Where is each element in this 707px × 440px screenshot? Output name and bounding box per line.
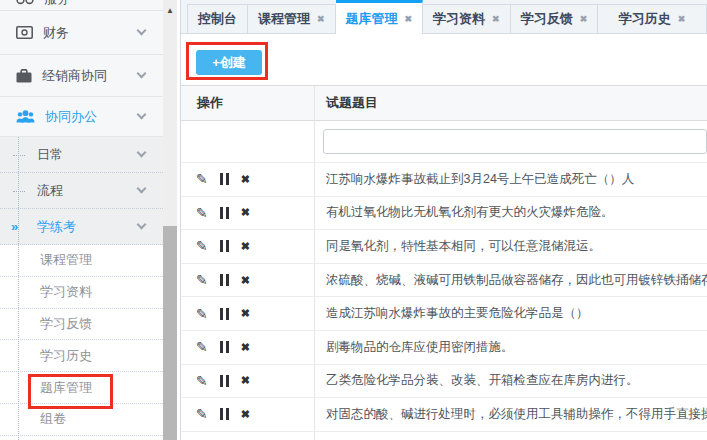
sidebar-item-label: 学习历史 bbox=[40, 347, 92, 365]
column-header-question: 试题题目 bbox=[314, 94, 707, 112]
delete-icon[interactable]: ✖ bbox=[241, 207, 250, 218]
filter-row bbox=[181, 121, 707, 163]
pause-icon[interactable] bbox=[220, 274, 229, 286]
tab-bar: 控制台 课程管理 ✖ 题库管理 ✖ 学习资料 ✖ 学习反馈 ✖ 学习历史 ✖ bbox=[181, 0, 707, 34]
delete-icon[interactable]: ✖ bbox=[241, 174, 250, 185]
table-row: ✎ ✖ 同是氧化剂，特性基本相同，可以任意混储混运。 bbox=[181, 230, 707, 264]
table-row: ✎ ✖ 剧毒物品的仓库应使用密闭措施。 bbox=[181, 331, 707, 365]
pause-icon[interactable] bbox=[220, 308, 229, 320]
users-icon bbox=[16, 110, 35, 123]
tab-question-bank[interactable]: 题库管理 ✖ bbox=[336, 0, 424, 34]
delete-icon[interactable]: ✖ bbox=[241, 275, 250, 286]
tab-study-history[interactable]: 学习历史 ✖ bbox=[598, 4, 707, 33]
sidebar-item-label: 财务 bbox=[43, 24, 128, 42]
tab-console[interactable]: 控制台 bbox=[187, 4, 248, 33]
edit-icon[interactable]: ✎ bbox=[196, 374, 208, 388]
sidebar-item-label: 协同办公 bbox=[45, 108, 128, 126]
chevron-down-icon bbox=[137, 220, 147, 230]
create-button[interactable]: +创建 bbox=[196, 50, 262, 75]
pause-icon[interactable] bbox=[220, 240, 229, 252]
sidebar-item-question-bank[interactable]: 题库管理 bbox=[0, 372, 163, 404]
edit-icon[interactable]: ✎ bbox=[196, 307, 208, 321]
tab-label: 学习资料 bbox=[433, 10, 485, 28]
question-table: 操作 试题题目 ✎ ✖ 江苏响水爆炸事故截止到3月24号上午已造成死亡（）人 ✎… bbox=[181, 85, 707, 440]
scrollbar-thumb[interactable] bbox=[163, 226, 177, 440]
glasses-icon bbox=[16, 0, 34, 5]
sidebar-item-paper-assembly[interactable]: 组卷 bbox=[0, 404, 163, 436]
sidebar-item-study-history[interactable]: 学习历史 bbox=[0, 340, 163, 372]
close-icon[interactable]: ✖ bbox=[678, 14, 686, 24]
table-row: ✎ ✖ 江苏响水爆炸事故截止到3月24号上午已造成死亡（）人 bbox=[181, 163, 707, 197]
tree-line bbox=[18, 137, 19, 440]
sidebar-item-label: 经销商协同 bbox=[42, 67, 128, 85]
edit-icon[interactable]: ✎ bbox=[196, 172, 208, 186]
chevron-down-icon bbox=[137, 26, 147, 36]
sidebar-item-study-material[interactable]: 学习资料 bbox=[0, 277, 163, 309]
edit-icon[interactable]: ✎ bbox=[196, 273, 208, 287]
delete-icon[interactable]: ✖ bbox=[241, 342, 250, 353]
sidebar-item-label: 学练考 bbox=[37, 218, 138, 236]
delete-icon[interactable]: ✖ bbox=[241, 409, 250, 420]
close-icon[interactable]: ✖ bbox=[317, 14, 325, 24]
pause-icon[interactable] bbox=[220, 173, 229, 185]
delete-icon[interactable]: ✖ bbox=[241, 241, 250, 252]
close-icon[interactable]: ✖ bbox=[405, 14, 413, 24]
sidebar-item-course-mgmt[interactable]: 课程管理 bbox=[0, 245, 163, 277]
tab-study-material[interactable]: 学习资料 ✖ bbox=[423, 4, 511, 33]
question-text: 同是氧化剂，特性基本相同，可以任意混储混运。 bbox=[314, 238, 707, 255]
pause-icon[interactable] bbox=[220, 341, 229, 353]
sidebar-item-label: 日常 bbox=[37, 146, 138, 164]
question-text: 剧毒物品的仓库应使用密闭措施。 bbox=[314, 339, 707, 356]
tab-label: 学习反馈 bbox=[521, 10, 573, 28]
table-row: ✎ ✖ 对固态的酸、碱进行处理时，必须使用工具辅助操作，不得用手直接操作。 bbox=[181, 398, 707, 432]
edit-icon[interactable]: ✎ bbox=[196, 239, 208, 253]
sidebar-item-collab-office[interactable]: 协同办公 bbox=[0, 97, 163, 137]
sidebar-item-label: 课程管理 bbox=[40, 251, 92, 269]
sidebar-item-daily[interactable]: 日常 bbox=[0, 137, 163, 173]
sidebar-scrollbar[interactable]: ▲ bbox=[163, 0, 177, 440]
question-filter-input[interactable] bbox=[323, 129, 707, 154]
tab-course-mgmt[interactable]: 课程管理 ✖ bbox=[248, 4, 336, 33]
question-text: 有机过氧化物比无机氧化剂有更大的火灾爆炸危险。 bbox=[314, 204, 707, 221]
table-row: ✎ ✖ 生产经营单位应当在存在较大危险因素的生产经营场所，设置告知牌 bbox=[181, 432, 707, 440]
sidebar-item-finance[interactable]: 财务 bbox=[0, 11, 163, 55]
edit-icon[interactable]: ✎ bbox=[196, 407, 208, 421]
sidebar-item-dealer[interactable]: 经销商协同 bbox=[0, 55, 163, 97]
close-icon[interactable]: ✖ bbox=[580, 14, 588, 24]
sidebar-item-partial[interactable]: 服务 bbox=[0, 0, 163, 11]
pause-icon[interactable] bbox=[220, 207, 229, 219]
question-text: 乙类危险化学品分装、改装、开箱检查应在库房内进行。 bbox=[314, 372, 707, 389]
table-row: ✎ ✖ 浓硫酸、烧碱、液碱可用铁制品做容器储存，因此也可用镀锌铁捅储存。 bbox=[181, 264, 707, 298]
chevron-down-icon bbox=[137, 184, 147, 194]
tab-label: 课程管理 bbox=[258, 10, 310, 28]
pause-icon[interactable] bbox=[220, 375, 229, 387]
chevron-down-icon bbox=[137, 148, 147, 158]
sidebar-item-label: 题库管理 bbox=[40, 379, 92, 397]
sidebar-item-label: 服务 bbox=[44, 0, 70, 8]
edit-icon[interactable]: ✎ bbox=[196, 340, 208, 354]
scroll-up-arrow-icon[interactable]: ▲ bbox=[163, 3, 177, 17]
chevron-down-icon bbox=[137, 110, 147, 120]
table-row: ✎ ✖ 造成江苏响水爆炸事故的主要危险化学品是（） bbox=[181, 297, 707, 331]
tree-branch bbox=[13, 191, 25, 192]
sidebar-item-process[interactable]: 流程 bbox=[0, 173, 163, 209]
tab-label: 学习历史 bbox=[619, 10, 671, 28]
tab-study-feedback[interactable]: 学习反馈 ✖ bbox=[511, 4, 599, 33]
sidebar-item-label: 流程 bbox=[37, 182, 138, 200]
question-text: 对固态的酸、碱进行处理时，必须使用工具辅助操作，不得用手直接操作。 bbox=[314, 406, 707, 423]
sidebar-item-learn-practice-exam[interactable]: » 学练考 bbox=[0, 209, 163, 245]
sidebar-item-label: 学习资料 bbox=[40, 283, 92, 301]
banknote-icon bbox=[16, 26, 33, 39]
delete-icon[interactable]: ✖ bbox=[241, 308, 250, 319]
table-row: ✎ ✖ 乙类危险化学品分装、改装、开箱检查应在库房内进行。 bbox=[181, 365, 707, 399]
close-icon[interactable]: ✖ bbox=[492, 14, 500, 24]
sidebar-item-study-feedback[interactable]: 学习反馈 bbox=[0, 309, 163, 341]
pause-icon[interactable] bbox=[220, 408, 229, 420]
delete-icon[interactable]: ✖ bbox=[241, 375, 250, 386]
content-panel: 控制台 课程管理 ✖ 题库管理 ✖ 学习资料 ✖ 学习反馈 ✖ 学习历史 ✖ +… bbox=[180, 0, 707, 440]
question-text: 造成江苏响水爆炸事故的主要危险化学品是（） bbox=[314, 305, 707, 322]
edit-icon[interactable]: ✎ bbox=[196, 206, 208, 220]
sidebar: 服务 财务 经销商协同 bbox=[0, 0, 163, 440]
briefcase-icon bbox=[16, 69, 32, 83]
chevron-down-icon bbox=[137, 69, 147, 79]
